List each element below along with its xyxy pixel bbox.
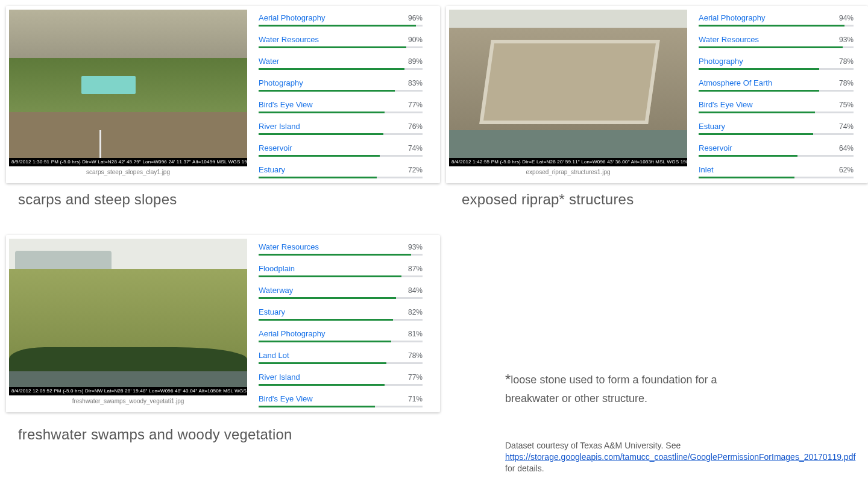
- confidence-bar: [259, 68, 423, 70]
- label-row: Inlet62%: [699, 162, 854, 183]
- confidence-bar: [699, 25, 854, 27]
- confidence-bar: [259, 155, 423, 157]
- label-name[interactable]: Land Lot: [259, 351, 289, 360]
- label-row: Water89%: [259, 53, 423, 75]
- label-name[interactable]: Aerial Photography: [259, 13, 326, 22]
- label-percent: 87%: [408, 265, 423, 273]
- thumbnail-scarps[interactable]: 8/9/2012 1:30:51 PM (-5.0 hrs) Dir=W Lat…: [9, 10, 247, 166]
- card-caption-scarps: scarps and steep slopes: [18, 191, 177, 208]
- confidence-bar: [259, 319, 423, 321]
- label-row: Waterway84%: [259, 282, 423, 304]
- label-percent: 89%: [408, 57, 423, 66]
- label-percent: 82%: [408, 308, 423, 316]
- label-percent: 78%: [839, 79, 854, 87]
- label-percent: 78%: [839, 57, 854, 66]
- label-name[interactable]: Bird's Eye View: [259, 394, 313, 403]
- confidence-bar: [259, 46, 423, 48]
- label-name[interactable]: Estuary: [259, 307, 285, 316]
- label-percent: 81%: [408, 330, 423, 338]
- label-percent: 83%: [408, 79, 423, 87]
- label-percent: 76%: [408, 122, 423, 131]
- image-column: 8/4/2012 12:05:52 PM (-5.0 hrs) Dir=NW L…: [6, 235, 250, 412]
- label-percent: 93%: [408, 243, 423, 251]
- thumbnail-swamps[interactable]: 8/4/2012 12:05:52 PM (-5.0 hrs) Dir=NW L…: [9, 239, 247, 395]
- result-card-riprap: 8/4/2012 1:42:55 PM (-5.0 hrs) Dir=E Lat…: [446, 6, 868, 183]
- label-name[interactable]: Water: [259, 57, 279, 66]
- label-row: Aerial Photography81%: [259, 325, 423, 347]
- label-name[interactable]: River Island: [259, 122, 300, 131]
- confidence-bar: [699, 133, 854, 135]
- label-percent: 75%: [839, 101, 854, 109]
- label-name[interactable]: River Island: [259, 373, 300, 382]
- label-percent: 74%: [839, 122, 854, 131]
- label-name[interactable]: Water Resources: [699, 35, 759, 44]
- label-percent: 77%: [408, 373, 423, 382]
- label-percent: 64%: [839, 144, 854, 152]
- footnote-text: loose stone used to form a foundation fo…: [505, 374, 717, 404]
- label-name[interactable]: Photography: [699, 57, 743, 66]
- confidence-bar: [259, 177, 423, 178]
- thumbnail-filename: exposed_riprap_structures1.jpg: [526, 166, 610, 179]
- labels-list: Aerial Photography94%Water Resources93%P…: [690, 6, 862, 183]
- label-row: Atmosphere Of Earth78%: [699, 75, 854, 96]
- label-name[interactable]: Estuary: [259, 165, 285, 174]
- label-name[interactable]: Reservoir: [699, 143, 732, 152]
- confidence-bar: [259, 341, 423, 342]
- dataset-credits: Dataset courtesy of Texas A&M University…: [505, 440, 855, 474]
- label-row: Estuary82%: [259, 304, 423, 325]
- credits-suffix: for details.: [505, 464, 544, 473]
- label-percent: 90%: [408, 36, 423, 44]
- label-name[interactable]: Bird's Eye View: [699, 100, 753, 109]
- thumbnail-filename: scarps_steep_slopes_clay1.jpg: [86, 166, 170, 179]
- label-row: Photography83%: [259, 75, 423, 96]
- label-name[interactable]: Bird's Eye View: [259, 100, 313, 109]
- label-name[interactable]: Estuary: [699, 122, 725, 131]
- image-metadata-overlay: 8/9/2012 1:30:51 PM (-5.0 hrs) Dir=W Lat…: [9, 158, 247, 166]
- confidence-bar: [699, 177, 854, 178]
- label-row: Aerial Photography96%: [259, 10, 423, 31]
- label-percent: 71%: [408, 395, 423, 403]
- label-row: Estuary74%: [699, 118, 854, 140]
- label-name[interactable]: Aerial Photography: [259, 329, 326, 338]
- card-caption-swamps: freshwater swamps and woody vegetation: [18, 426, 292, 443]
- confidence-bar: [699, 68, 854, 70]
- label-name[interactable]: Water Resources: [259, 35, 319, 44]
- confidence-bar: [259, 275, 423, 277]
- label-percent: 93%: [839, 36, 854, 44]
- label-percent: 94%: [839, 14, 854, 22]
- labels-list: Aerial Photography96%Water Resources90%W…: [250, 6, 431, 183]
- label-row: Bird's Eye View71%: [259, 391, 423, 412]
- thumbnail-filename: freshwater_swamps_woody_vegetati1.jpg: [72, 395, 184, 408]
- confidence-bar: [259, 362, 423, 364]
- confidence-bar: [259, 112, 423, 113]
- confidence-bar: [259, 25, 423, 27]
- label-name[interactable]: Water Resources: [259, 242, 319, 251]
- confidence-bar: [259, 384, 423, 386]
- label-name[interactable]: Atmosphere Of Earth: [699, 78, 772, 87]
- thumbnail-riprap[interactable]: 8/4/2012 1:42:55 PM (-5.0 hrs) Dir=E Lat…: [449, 10, 687, 166]
- label-row: Water Resources93%: [259, 239, 423, 260]
- image-column: 8/9/2012 1:30:51 PM (-5.0 hrs) Dir=W Lat…: [6, 6, 250, 183]
- label-row: Land Lot78%: [259, 347, 423, 369]
- label-row: Floodplain87%: [259, 260, 423, 282]
- label-row: Estuary72%: [259, 162, 423, 183]
- label-row: River Island76%: [259, 118, 423, 140]
- label-row: Water Resources93%: [699, 31, 854, 53]
- label-name[interactable]: Reservoir: [259, 143, 292, 152]
- label-row: Photography78%: [699, 53, 854, 75]
- confidence-bar: [259, 90, 423, 92]
- credits-link[interactable]: https://storage.googleapis.com/tamucc_co…: [505, 452, 855, 462]
- label-name[interactable]: Photography: [259, 78, 303, 87]
- card-caption-riprap: exposed riprap* structures: [462, 191, 634, 208]
- label-row: Reservoir74%: [259, 140, 423, 162]
- confidence-bar: [699, 155, 854, 157]
- confidence-bar: [699, 90, 854, 92]
- label-row: Bird's Eye View75%: [699, 96, 854, 118]
- labels-list: Water Resources93%Floodplain87%Waterway8…: [250, 235, 431, 412]
- label-name[interactable]: Aerial Photography: [699, 13, 766, 22]
- label-name[interactable]: Waterway: [259, 286, 293, 295]
- label-percent: 78%: [408, 351, 423, 360]
- label-row: River Island77%: [259, 369, 423, 391]
- label-name[interactable]: Floodplain: [259, 264, 295, 273]
- label-name[interactable]: Inlet: [699, 165, 714, 174]
